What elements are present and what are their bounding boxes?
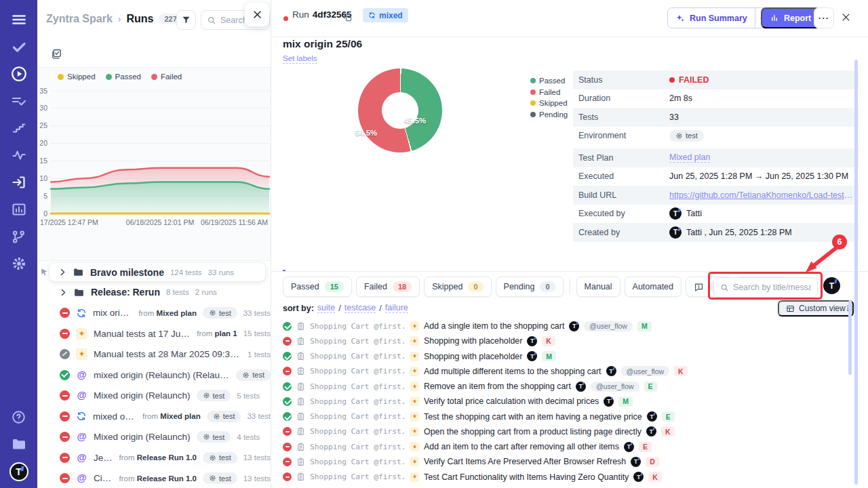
run-list-item[interactable]: Mixed origin (Relaunch) test 4 tests — [37, 427, 271, 448]
menu-icon[interactable] — [10, 11, 28, 28]
test-filters: Passed15 Failed18 Skipped0 Pending0 Manu… — [283, 277, 787, 297]
run-list-item[interactable]: Bravo milestone 124 tests 33 runs — [50, 263, 265, 281]
test-row[interactable]: Shopping Cart @first... Verify Cart Item… — [283, 454, 849, 469]
chart-box-icon[interactable] — [10, 201, 28, 218]
breadcrumb: Zyntra Spark › Runs 227 — [46, 13, 182, 25]
filter-pending-button[interactable]: Pending0 — [496, 277, 564, 297]
tests-scrollbar[interactable] — [848, 300, 852, 375]
user-avatar-small: T — [669, 207, 682, 220]
test-row[interactable]: Shopping Cart @first... Add multiple dif… — [283, 364, 849, 379]
copy-icon[interactable] — [342, 12, 353, 22]
author-initial-badge: M — [542, 351, 556, 361]
folder-icon[interactable] — [10, 435, 28, 453]
test-row[interactable]: Shopping Cart @first... Shopping with pl… — [283, 349, 849, 364]
play-circle-icon[interactable] — [10, 65, 28, 83]
expand-chevron-icon[interactable] — [60, 289, 67, 296]
run-list-item[interactable]: Release: Rerun 8 tests 2 runs — [37, 282, 271, 303]
test-plan-link[interactable]: Mixed plan — [669, 152, 710, 163]
sort-suite-link[interactable]: suite — [317, 303, 335, 313]
tests-search-input[interactable] — [733, 283, 811, 292]
testcase-icon — [296, 337, 305, 346]
close-panel-icon[interactable] — [841, 12, 851, 22]
detail-tab[interactable] — [283, 251, 285, 271]
testcase-icon — [296, 397, 305, 406]
legend-item[interactable]: Failed — [530, 88, 568, 96]
info-value: Mixed plan — [669, 152, 710, 163]
test-row[interactable]: Shopping Cart @first... Test Cart Functi… — [283, 470, 849, 485]
legend-item[interactable]: Skipped — [58, 73, 96, 81]
run-type-badge[interactable]: mixed — [363, 8, 408, 22]
run-list-item[interactable]: mixed origin (Relaunch) from Mixed plan … — [37, 406, 271, 427]
user-avatar[interactable]: T — [9, 462, 28, 481]
run-name: Release: Rerun — [91, 287, 160, 298]
run-name: Mixed origin (Relaunch) — [94, 432, 191, 442]
filter-skipped-button[interactable]: Skipped0 — [424, 277, 491, 297]
custom-view-button[interactable]: Custom view — [778, 300, 854, 317]
sort-failure-link[interactable]: failure — [385, 303, 408, 313]
filter-automated-button[interactable]: Automated — [625, 277, 682, 297]
svg-text:25: 25 — [39, 121, 47, 129]
assignee-filter-avatar[interactable]: T — [823, 277, 840, 294]
app-sidebar: T — [0, 0, 37, 488]
testcase-icon — [296, 382, 305, 391]
test-row[interactable]: Shopping Cart @first... Test the shoppin… — [283, 409, 849, 424]
donut-legend[interactable]: PassedFailedSkippedPending — [530, 77, 568, 119]
test-row[interactable]: Shopping Cart @first... Add an item to t… — [283, 439, 849, 454]
svg-text:5: 5 — [43, 192, 47, 200]
filter-manual-button[interactable]: Manual — [576, 277, 620, 297]
legend-item[interactable]: Passed — [530, 77, 568, 85]
test-status-icon — [283, 412, 292, 421]
set-labels-link[interactable]: Set labels — [283, 54, 317, 64]
info-row: Executed Jun 25, 2025 1:28 PM → Jun 25, … — [573, 167, 859, 186]
test-row[interactable]: Shopping Cart @first... Verify total pri… — [283, 394, 849, 409]
run-list-item[interactable]: mixed origin (Relaunch) (Relaunch) test — [37, 365, 271, 386]
legend-item[interactable]: Pending — [530, 110, 568, 119]
test-row[interactable]: Shopping Cart @first... Open the shoppin… — [283, 424, 849, 439]
test-title: Add multiple different items to the shop… — [424, 367, 601, 376]
test-row[interactable]: Shopping Cart @first... Add a single ite… — [283, 319, 849, 333]
info-row: Tests 33 — [573, 108, 859, 127]
filter-passed-button[interactable]: Passed15 — [283, 277, 352, 297]
branch-icon[interactable] — [10, 228, 28, 245]
build-url-link[interactable]: https://github.com/TetianaKhomenko/Load-… — [669, 190, 853, 200]
select-runs-icon[interactable] — [51, 48, 62, 60]
panel-scrollbar[interactable] — [854, 60, 858, 485]
test-status-icon — [283, 322, 292, 331]
run-list-item[interactable]: Mixed origin (Relaunch) test 5 tests — [37, 386, 271, 407]
more-options-button[interactable] — [814, 7, 834, 28]
list-check-icon[interactable] — [10, 92, 28, 110]
close-overlay-button[interactable] — [245, 3, 269, 26]
run-status-icon — [60, 349, 70, 359]
filter-failed-button[interactable]: Failed18 — [356, 277, 420, 297]
chart-legend[interactable]: SkippedPassedFailed — [58, 73, 182, 81]
user-value: TTatti — [669, 207, 702, 220]
run-summary-button[interactable]: Run Summary — [667, 7, 776, 28]
expand-chevron-icon[interactable] — [59, 268, 66, 276]
text-value: 2m 8s — [669, 94, 692, 103]
sort-testcase-link[interactable]: testcase — [344, 303, 376, 313]
close-icon — [252, 9, 262, 20]
steps-icon[interactable] — [10, 119, 28, 137]
breadcrumb-app[interactable]: Zyntra Spark — [46, 13, 113, 25]
gear-icon[interactable] — [10, 255, 28, 272]
tests-search[interactable] — [713, 277, 818, 298]
check-icon[interactable] — [10, 38, 28, 56]
legend-item[interactable]: Skipped — [530, 99, 568, 107]
sign-in-icon[interactable] — [10, 174, 28, 191]
test-row[interactable]: Shopping Cart @first... Shopping with pl… — [283, 333, 849, 348]
pulse-icon[interactable] — [10, 146, 28, 164]
detail-tab[interactable] — [299, 251, 302, 271]
run-list-item[interactable]: Manual tests at 28 Mar 2025 09:33 (Relau… — [37, 344, 271, 365]
manual-run-icon — [76, 348, 87, 360]
detail-tab[interactable] — [315, 251, 318, 271]
filter-button[interactable] — [176, 10, 196, 30]
help-icon[interactable] — [10, 408, 28, 426]
legend-item[interactable]: Passed — [106, 73, 141, 81]
report-button[interactable]: Report — [761, 7, 821, 28]
run-list-item[interactable]: Jenkins run from Release Run 1.0 test 13… — [37, 447, 271, 468]
legend-item[interactable]: Failed — [151, 73, 182, 81]
run-list-item[interactable]: mix origin 25/06 from Mixed plan test 33… — [37, 303, 271, 324]
run-list-item[interactable]: Circle CI run from Release Run 1.0 test … — [37, 468, 271, 488]
run-list-item[interactable]: Manual tests at 17 Jun 2025 10:09 from p… — [37, 323, 271, 344]
test-row[interactable]: Shopping Cart @first... Remove an item f… — [283, 379, 849, 394]
